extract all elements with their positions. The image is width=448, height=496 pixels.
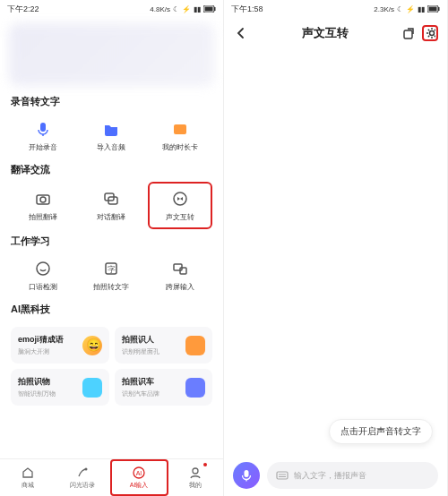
bottom-nav: 商城 闪光语录 AI AI输入 我的 [0, 458, 223, 496]
input-bar: 输入文字，播报声音 [224, 455, 447, 496]
card-id-person[interactable]: 拍照识人识别明星面孔 [115, 327, 213, 363]
person-icon [185, 336, 205, 355]
tile-dialogue-translate[interactable]: 对话翻译 [79, 182, 143, 229]
screens-icon [170, 259, 190, 278]
tile-photo-to-text[interactable]: 字 拍照转文字 [79, 253, 143, 297]
nav-ai-input[interactable]: AI AI输入 [110, 459, 168, 496]
section-title: 工作学习 [11, 235, 212, 248]
card-id-object[interactable]: 拍照识物智能识别万物 [11, 369, 109, 406]
moon-icon: ☾ [173, 5, 179, 13]
new-window-icon [401, 26, 416, 40]
tile-start-record[interactable]: 开始录音 [11, 114, 75, 158]
ocr-icon: 字 [101, 259, 121, 278]
back-button[interactable] [233, 25, 249, 41]
svg-rect-22 [438, 7, 440, 11]
input-placeholder: 输入文字，播报声音 [294, 470, 366, 482]
right-phone: 下午1:58 2.3K/s ☾ ⚡ ▮▮ 声文互转 点击开启声音转文字 输入文 [224, 0, 448, 496]
status-bar: 下午1:58 2.3K/s ☾ ⚡ ▮▮ [224, 0, 447, 18]
tile-duration-card[interactable]: 我的时长卡 [148, 114, 212, 158]
mall-icon [21, 466, 35, 480]
nav-mall[interactable]: 商城 [0, 459, 55, 496]
user-icon [188, 466, 202, 480]
tile-import-audio[interactable]: 导入音频 [79, 114, 143, 158]
camera-translate-icon [33, 189, 53, 209]
keyboard-icon [276, 469, 289, 482]
card-id-car[interactable]: 拍照识车识别汽车品牌 [115, 369, 213, 406]
tile-cross-screen[interactable]: 跨屏输入 [148, 253, 212, 297]
battery-icon [203, 5, 216, 13]
svg-rect-21 [429, 7, 437, 12]
status-speed: 2.3K/s [374, 5, 394, 13]
nav-flash[interactable]: 闪光语录 [55, 459, 109, 496]
tile-speaking-test[interactable]: 口语检测 [11, 253, 75, 297]
section-work: 工作学习 口语检测 字 拍照转文字 跨屏输入 [0, 231, 223, 299]
new-window-button[interactable] [401, 25, 417, 41]
mic-button[interactable] [233, 462, 260, 489]
settings-button[interactable] [422, 25, 438, 41]
signal-icon: ▮▮ [418, 5, 425, 13]
object-icon [82, 378, 102, 398]
ai-card-grid: emoji猜成语脑洞大开测 😄 拍照识人识别明星面孔 拍照识物智能识别万物 拍照… [11, 327, 212, 406]
promo-banner[interactable] [9, 23, 214, 86]
chevron-left-icon [235, 27, 247, 39]
gear-icon [425, 26, 435, 40]
svg-point-24 [430, 31, 435, 36]
status-speed: 4.8K/s [150, 5, 170, 13]
svg-text:字: 字 [108, 265, 116, 274]
tile-voice-text-convert[interactable]: 声文互转 [148, 182, 212, 229]
svg-text:AI: AI [136, 470, 142, 476]
speaking-icon [33, 259, 53, 278]
card-emoji-idiom[interactable]: emoji猜成语脑洞大开测 😄 [11, 327, 109, 363]
moon-icon: ☾ [397, 5, 403, 13]
svg-rect-1 [205, 7, 213, 12]
page-title: 声文互转 [254, 25, 395, 41]
section-title: 翻译交流 [11, 163, 212, 176]
dialogue-icon [101, 189, 121, 209]
section-title: 录音转文字 [11, 95, 212, 108]
svg-point-11 [37, 262, 49, 275]
bluetooth-icon: ⚡ [182, 5, 191, 13]
svg-point-19 [193, 468, 198, 474]
svg-rect-5 [174, 124, 186, 134]
flash-icon [75, 466, 90, 480]
section-title: AI黑科技 [11, 303, 212, 316]
mic-icon [33, 119, 53, 139]
hint-bubble: 点击开启声音转文字 [329, 419, 433, 444]
battery-icon [427, 5, 440, 13]
signal-icon: ▮▮ [194, 5, 201, 13]
svg-point-7 [40, 197, 46, 202]
topbar: 声文互转 [224, 18, 447, 48]
text-input[interactable]: 输入文字，播报声音 [267, 462, 438, 489]
card-icon [170, 119, 190, 139]
emoji-icon: 😄 [82, 336, 102, 355]
svg-rect-2 [214, 7, 216, 11]
nav-mine[interactable]: 我的 [168, 459, 223, 496]
section-recording: 录音转文字 开始录音 导入音频 我的时长卡 [0, 91, 223, 159]
svg-rect-25 [245, 470, 249, 477]
svg-point-16 [84, 468, 87, 471]
status-time: 下午1:58 [231, 4, 263, 15]
section-ai: AI黑科技 [0, 299, 223, 323]
voice-convert-icon [170, 189, 190, 209]
content-area: 点击开启声音转文字 [224, 48, 447, 455]
car-icon [185, 378, 205, 398]
status-bar: 下午2:22 4.8K/s ☾ ⚡ ▮▮ [0, 0, 223, 18]
svg-rect-27 [277, 472, 288, 479]
mic-icon [239, 468, 254, 483]
bluetooth-icon: ⚡ [406, 5, 415, 13]
notification-dot [203, 463, 207, 466]
tile-photo-translate[interactable]: 拍照翻译 [11, 182, 75, 229]
section-translate: 翻译交流 拍照翻译 对话翻译 声文互转 [0, 159, 223, 231]
folder-icon [101, 119, 121, 139]
status-time: 下午2:22 [7, 4, 39, 15]
left-phone: 下午2:22 4.8K/s ☾ ⚡ ▮▮ 录音转文字 开始录音 导入音频 我的时… [0, 0, 224, 496]
svg-rect-23 [404, 30, 412, 38]
svg-rect-3 [40, 123, 46, 132]
ai-icon: AI [132, 466, 146, 480]
